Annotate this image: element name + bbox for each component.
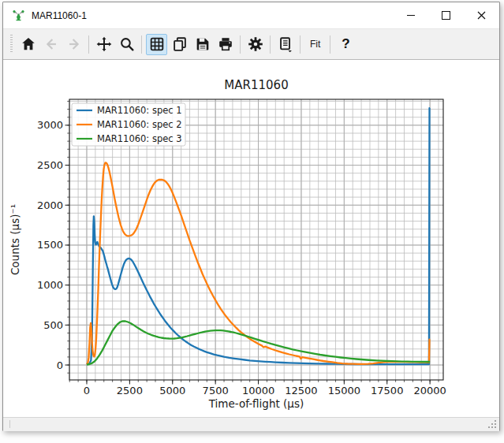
svg-text:17500: 17500 — [371, 385, 403, 396]
options-button[interactable] — [245, 34, 266, 55]
toolbar-separator — [141, 35, 142, 54]
svg-text:Time-of-flight (μs): Time-of-flight (μs) — [208, 397, 304, 410]
maximize-button[interactable] — [428, 2, 464, 28]
home-icon — [20, 35, 37, 53]
back-button[interactable] — [40, 34, 62, 55]
toolbar-separator — [88, 35, 89, 54]
mantid-logo-icon — [12, 9, 25, 22]
toolbar-drag-handle[interactable] — [10, 35, 13, 54]
minimize-icon — [407, 15, 415, 16]
maximize-icon — [442, 11, 450, 20]
svg-text:2500: 2500 — [117, 385, 143, 396]
svg-text:500: 500 — [43, 319, 63, 331]
figure-canvas-area: 0250050007500100001250015000175002000005… — [3, 60, 499, 417]
plot-canvas[interactable]: 0250050007500100001250015000175002000005… — [3, 60, 499, 417]
svg-text:7500: 7500 — [203, 385, 229, 396]
grid-toggle-button[interactable] — [146, 34, 167, 55]
titlebar[interactable]: MAR11060-1 — [3, 2, 499, 28]
svg-text:0: 0 — [84, 385, 90, 396]
fit-button[interactable]: Fit — [304, 34, 326, 55]
print-button[interactable] — [215, 34, 236, 55]
svg-text:5000: 5000 — [159, 385, 185, 396]
toolbar-separator — [330, 35, 330, 54]
arrow-right-icon — [65, 35, 83, 53]
svg-text:MAR11060: MAR11060 — [224, 78, 288, 92]
svg-text:2000: 2000 — [37, 199, 63, 211]
zoom-button[interactable] — [116, 34, 137, 55]
svg-text:MAR11060: spec 3: MAR11060: spec 3 — [97, 133, 182, 144]
close-icon — [477, 11, 486, 20]
svg-text:20000: 20000 — [413, 385, 446, 396]
resize-grip-icon[interactable] — [488, 420, 498, 430]
svg-text:MAR11060: spec 2: MAR11060: spec 2 — [97, 119, 182, 130]
generate-script-button[interactable] — [274, 34, 296, 55]
printer-icon — [217, 35, 234, 53]
close-button[interactable] — [464, 2, 499, 28]
gear-icon — [247, 35, 264, 53]
grid-icon — [148, 35, 166, 53]
svg-text:10000: 10000 — [242, 385, 274, 396]
svg-text:12500: 12500 — [285, 385, 317, 396]
forward-button[interactable] — [63, 34, 84, 55]
chevron-down-icon — [288, 50, 291, 52]
statusbar-separator — [9, 420, 10, 428]
copy-button[interactable] — [169, 34, 190, 55]
toolbar-separator — [300, 35, 301, 54]
copy-icon — [171, 35, 189, 53]
svg-text:MAR11060: spec 1: MAR11060: spec 1 — [97, 105, 182, 116]
script-icon — [277, 35, 294, 53]
arrow-left-icon — [43, 35, 60, 53]
svg-text:1000: 1000 — [37, 279, 63, 291]
toolbar-separator — [270, 35, 271, 54]
plot-window: MAR11060-1 — [2, 2, 500, 431]
floppy-icon — [194, 35, 211, 53]
pan-button[interactable] — [93, 34, 114, 55]
svg-text:2500: 2500 — [37, 159, 63, 171]
svg-text:3000: 3000 — [37, 119, 63, 131]
statusbar — [3, 417, 499, 431]
svg-text:1500: 1500 — [37, 239, 63, 251]
plot-toolbar: Fit ? — [3, 28, 499, 60]
save-button[interactable] — [192, 34, 213, 55]
help-button[interactable]: ? — [334, 34, 357, 55]
window-title: MAR11060-1 — [32, 10, 87, 21]
svg-text:Counts (μs)⁻¹: Counts (μs)⁻¹ — [9, 204, 21, 275]
minimize-button[interactable] — [393, 2, 428, 28]
svg-text:15000: 15000 — [328, 385, 360, 396]
magnifier-icon — [118, 35, 136, 53]
home-button[interactable] — [17, 34, 39, 55]
toolbar-separator — [240, 35, 241, 54]
svg-text:0: 0 — [57, 359, 63, 371]
pan-arrows-icon — [95, 35, 113, 53]
